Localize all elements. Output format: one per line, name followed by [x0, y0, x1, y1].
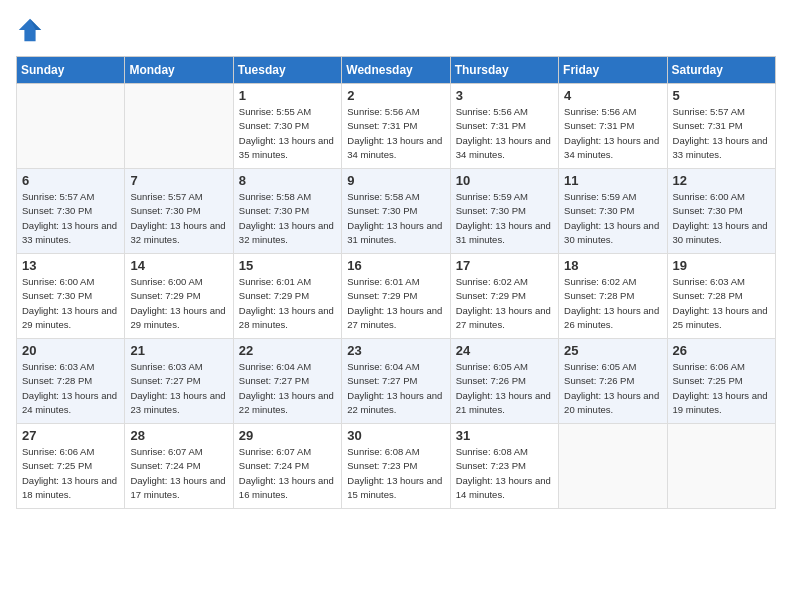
calendar-cell: 10Sunrise: 5:59 AMSunset: 7:30 PMDayligh… — [450, 169, 558, 254]
day-info: Sunrise: 6:02 AMSunset: 7:29 PMDaylight:… — [456, 275, 553, 332]
calendar-cell — [559, 424, 667, 509]
day-info: Sunrise: 6:08 AMSunset: 7:23 PMDaylight:… — [347, 445, 444, 502]
day-number: 24 — [456, 343, 553, 358]
logo — [16, 16, 48, 44]
day-info: Sunrise: 5:56 AMSunset: 7:31 PMDaylight:… — [456, 105, 553, 162]
day-number: 6 — [22, 173, 119, 188]
day-info: Sunrise: 6:01 AMSunset: 7:29 PMDaylight:… — [347, 275, 444, 332]
col-header-monday: Monday — [125, 57, 233, 84]
day-number: 22 — [239, 343, 336, 358]
day-info: Sunrise: 6:03 AMSunset: 7:28 PMDaylight:… — [673, 275, 770, 332]
day-info: Sunrise: 6:08 AMSunset: 7:23 PMDaylight:… — [456, 445, 553, 502]
day-number: 31 — [456, 428, 553, 443]
calendar-cell: 13Sunrise: 6:00 AMSunset: 7:30 PMDayligh… — [17, 254, 125, 339]
calendar-cell: 7Sunrise: 5:57 AMSunset: 7:30 PMDaylight… — [125, 169, 233, 254]
calendar-cell: 25Sunrise: 6:05 AMSunset: 7:26 PMDayligh… — [559, 339, 667, 424]
day-number: 30 — [347, 428, 444, 443]
calendar-cell: 26Sunrise: 6:06 AMSunset: 7:25 PMDayligh… — [667, 339, 775, 424]
day-number: 10 — [456, 173, 553, 188]
day-info: Sunrise: 5:56 AMSunset: 7:31 PMDaylight:… — [347, 105, 444, 162]
day-info: Sunrise: 6:06 AMSunset: 7:25 PMDaylight:… — [673, 360, 770, 417]
header-row: SundayMondayTuesdayWednesdayThursdayFrid… — [17, 57, 776, 84]
calendar-cell — [17, 84, 125, 169]
col-header-thursday: Thursday — [450, 57, 558, 84]
calendar-cell: 15Sunrise: 6:01 AMSunset: 7:29 PMDayligh… — [233, 254, 341, 339]
day-number: 21 — [130, 343, 227, 358]
day-info: Sunrise: 6:05 AMSunset: 7:26 PMDaylight:… — [456, 360, 553, 417]
calendar-cell: 14Sunrise: 6:00 AMSunset: 7:29 PMDayligh… — [125, 254, 233, 339]
day-number: 12 — [673, 173, 770, 188]
calendar-cell: 28Sunrise: 6:07 AMSunset: 7:24 PMDayligh… — [125, 424, 233, 509]
day-number: 26 — [673, 343, 770, 358]
col-header-saturday: Saturday — [667, 57, 775, 84]
calendar-cell: 8Sunrise: 5:58 AMSunset: 7:30 PMDaylight… — [233, 169, 341, 254]
day-info: Sunrise: 6:03 AMSunset: 7:28 PMDaylight:… — [22, 360, 119, 417]
calendar-cell: 4Sunrise: 5:56 AMSunset: 7:31 PMDaylight… — [559, 84, 667, 169]
day-info: Sunrise: 6:07 AMSunset: 7:24 PMDaylight:… — [239, 445, 336, 502]
calendar-cell: 3Sunrise: 5:56 AMSunset: 7:31 PMDaylight… — [450, 84, 558, 169]
week-row-1: 1Sunrise: 5:55 AMSunset: 7:30 PMDaylight… — [17, 84, 776, 169]
day-info: Sunrise: 5:56 AMSunset: 7:31 PMDaylight:… — [564, 105, 661, 162]
calendar-cell: 5Sunrise: 5:57 AMSunset: 7:31 PMDaylight… — [667, 84, 775, 169]
day-info: Sunrise: 6:03 AMSunset: 7:27 PMDaylight:… — [130, 360, 227, 417]
calendar-cell: 21Sunrise: 6:03 AMSunset: 7:27 PMDayligh… — [125, 339, 233, 424]
calendar-cell: 18Sunrise: 6:02 AMSunset: 7:28 PMDayligh… — [559, 254, 667, 339]
day-number: 23 — [347, 343, 444, 358]
day-info: Sunrise: 6:01 AMSunset: 7:29 PMDaylight:… — [239, 275, 336, 332]
day-number: 17 — [456, 258, 553, 273]
calendar-cell: 12Sunrise: 6:00 AMSunset: 7:30 PMDayligh… — [667, 169, 775, 254]
week-row-3: 13Sunrise: 6:00 AMSunset: 7:30 PMDayligh… — [17, 254, 776, 339]
day-number: 8 — [239, 173, 336, 188]
day-number: 2 — [347, 88, 444, 103]
calendar-cell: 6Sunrise: 5:57 AMSunset: 7:30 PMDaylight… — [17, 169, 125, 254]
day-info: Sunrise: 6:05 AMSunset: 7:26 PMDaylight:… — [564, 360, 661, 417]
col-header-tuesday: Tuesday — [233, 57, 341, 84]
day-number: 15 — [239, 258, 336, 273]
day-number: 18 — [564, 258, 661, 273]
day-number: 13 — [22, 258, 119, 273]
day-info: Sunrise: 6:04 AMSunset: 7:27 PMDaylight:… — [239, 360, 336, 417]
page-header — [16, 16, 776, 44]
calendar-cell: 30Sunrise: 6:08 AMSunset: 7:23 PMDayligh… — [342, 424, 450, 509]
day-info: Sunrise: 5:58 AMSunset: 7:30 PMDaylight:… — [347, 190, 444, 247]
day-info: Sunrise: 6:06 AMSunset: 7:25 PMDaylight:… — [22, 445, 119, 502]
day-info: Sunrise: 5:57 AMSunset: 7:30 PMDaylight:… — [22, 190, 119, 247]
calendar-cell: 19Sunrise: 6:03 AMSunset: 7:28 PMDayligh… — [667, 254, 775, 339]
day-info: Sunrise: 6:04 AMSunset: 7:27 PMDaylight:… — [347, 360, 444, 417]
calendar-cell: 27Sunrise: 6:06 AMSunset: 7:25 PMDayligh… — [17, 424, 125, 509]
day-number: 29 — [239, 428, 336, 443]
calendar-cell: 17Sunrise: 6:02 AMSunset: 7:29 PMDayligh… — [450, 254, 558, 339]
col-header-sunday: Sunday — [17, 57, 125, 84]
calendar-cell — [667, 424, 775, 509]
day-info: Sunrise: 6:00 AMSunset: 7:29 PMDaylight:… — [130, 275, 227, 332]
day-info: Sunrise: 6:00 AMSunset: 7:30 PMDaylight:… — [22, 275, 119, 332]
calendar-cell: 23Sunrise: 6:04 AMSunset: 7:27 PMDayligh… — [342, 339, 450, 424]
col-header-wednesday: Wednesday — [342, 57, 450, 84]
day-info: Sunrise: 6:07 AMSunset: 7:24 PMDaylight:… — [130, 445, 227, 502]
day-number: 28 — [130, 428, 227, 443]
day-number: 14 — [130, 258, 227, 273]
day-number: 16 — [347, 258, 444, 273]
day-info: Sunrise: 5:58 AMSunset: 7:30 PMDaylight:… — [239, 190, 336, 247]
week-row-2: 6Sunrise: 5:57 AMSunset: 7:30 PMDaylight… — [17, 169, 776, 254]
calendar-cell: 24Sunrise: 6:05 AMSunset: 7:26 PMDayligh… — [450, 339, 558, 424]
calendar-table: SundayMondayTuesdayWednesdayThursdayFrid… — [16, 56, 776, 509]
day-number: 19 — [673, 258, 770, 273]
day-number: 11 — [564, 173, 661, 188]
day-number: 3 — [456, 88, 553, 103]
day-info: Sunrise: 5:59 AMSunset: 7:30 PMDaylight:… — [456, 190, 553, 247]
day-number: 20 — [22, 343, 119, 358]
calendar-cell: 9Sunrise: 5:58 AMSunset: 7:30 PMDaylight… — [342, 169, 450, 254]
week-row-4: 20Sunrise: 6:03 AMSunset: 7:28 PMDayligh… — [17, 339, 776, 424]
day-info: Sunrise: 5:59 AMSunset: 7:30 PMDaylight:… — [564, 190, 661, 247]
calendar-cell: 16Sunrise: 6:01 AMSunset: 7:29 PMDayligh… — [342, 254, 450, 339]
day-number: 7 — [130, 173, 227, 188]
day-number: 1 — [239, 88, 336, 103]
calendar-cell: 22Sunrise: 6:04 AMSunset: 7:27 PMDayligh… — [233, 339, 341, 424]
day-info: Sunrise: 6:02 AMSunset: 7:28 PMDaylight:… — [564, 275, 661, 332]
logo-icon — [16, 16, 44, 44]
calendar-cell: 29Sunrise: 6:07 AMSunset: 7:24 PMDayligh… — [233, 424, 341, 509]
day-info: Sunrise: 5:57 AMSunset: 7:30 PMDaylight:… — [130, 190, 227, 247]
day-number: 9 — [347, 173, 444, 188]
calendar-cell: 20Sunrise: 6:03 AMSunset: 7:28 PMDayligh… — [17, 339, 125, 424]
